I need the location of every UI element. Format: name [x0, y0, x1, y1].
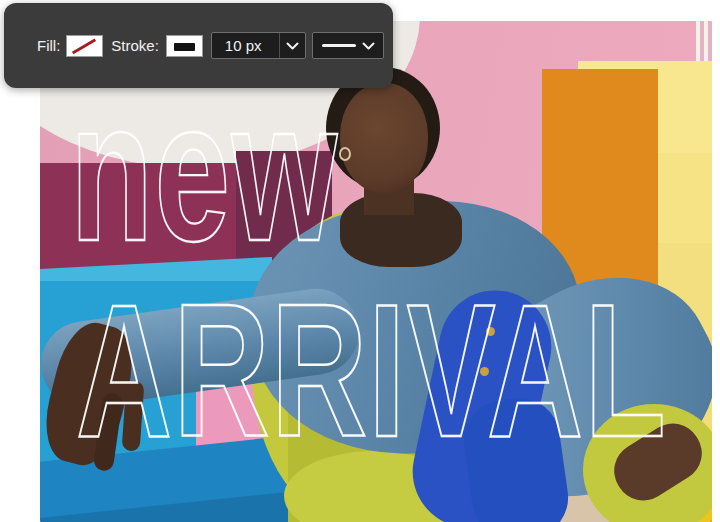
stroke-style-dropdown[interactable]	[312, 32, 384, 59]
stroke-label: Stroke:	[111, 37, 159, 54]
stroke-swatch-button[interactable]	[166, 35, 203, 57]
stroke-width-value: 10 px	[212, 37, 279, 54]
solid-line-icon	[322, 44, 356, 47]
fill-swatch-button[interactable]	[66, 35, 103, 57]
headline-text-arrival[interactable]: ARRIVAL	[76, 275, 667, 465]
model-face	[340, 83, 428, 193]
stroke-width-dropdown[interactable]: 10 px	[211, 32, 306, 59]
stroke-color-icon	[174, 43, 195, 51]
design-canvas-stage: new ARRIVAL Fill: Stroke: 10 px	[0, 0, 720, 522]
properties-toolbar: Fill: Stroke: 10 px	[4, 3, 393, 88]
chevron-down-icon	[279, 33, 305, 58]
fill-label: Fill:	[37, 37, 60, 54]
photo-image[interactable]: new ARRIVAL	[40, 21, 712, 522]
none-fill-icon	[67, 36, 102, 57]
chevron-down-icon	[362, 42, 375, 50]
headline-text-new[interactable]: new	[70, 71, 339, 271]
hoop-earring	[339, 147, 351, 161]
